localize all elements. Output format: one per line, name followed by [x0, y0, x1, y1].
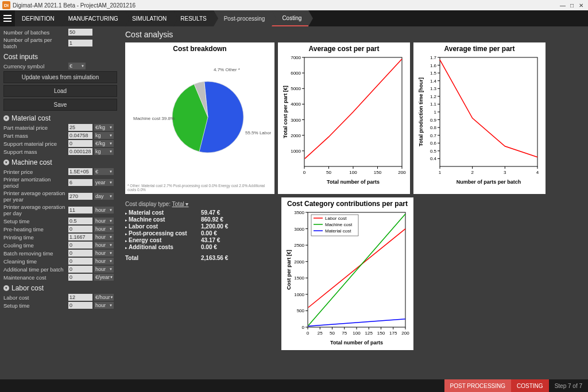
currency-select[interactable]: €▼ — [68, 63, 86, 69]
svg-text:0.9: 0.9 — [430, 118, 437, 123]
labor-cost-heading[interactable]: ▾Labor cost — [3, 284, 117, 292]
machine-unit-5[interactable]: hour▼ — [94, 226, 114, 232]
labor-unit-0[interactable]: €/hour▼ — [94, 294, 114, 301]
batches-label: Number of batches — [3, 29, 67, 36]
sidebar: Number of batches Number of parts per ba… — [0, 26, 121, 379]
svg-text:Machine cost  39.8%: Machine cost 39.8% — [133, 116, 175, 121]
chart-cost-breakdown: Cost breakdown 55.5% Labor costMachine c… — [125, 42, 274, 194]
machine-unit-1[interactable]: year▼ — [94, 179, 114, 186]
svg-text:1.6: 1.6 — [430, 63, 437, 68]
window-titlebar: Di Digimat-AM 2021.1 Beta - ProjectAM_20… — [0, 0, 588, 10]
machine-unit-7[interactable]: hour▼ — [94, 242, 114, 249]
svg-text:0.8: 0.8 — [430, 125, 437, 130]
svg-text:Total number of parts: Total number of parts — [330, 340, 383, 346]
cost-display-select[interactable]: Total ▾ — [172, 201, 189, 207]
material-label-2: Support material price — [3, 141, 67, 147]
tab-simulation[interactable]: SIMULATION — [125, 10, 173, 26]
machine-unit-8[interactable]: hour▼ — [94, 250, 114, 257]
machine-input-0[interactable] — [68, 168, 92, 175]
close-button[interactable]: ✕ — [577, 2, 586, 9]
subtab-postprocessing[interactable]: Post-processing — [214, 10, 272, 26]
material-cost-heading[interactable]: ▾Material cost — [3, 114, 117, 122]
costing-step-button[interactable]: COSTING — [511, 379, 549, 392]
load-button[interactable]: Load — [3, 85, 117, 97]
machine-input-1[interactable] — [68, 179, 92, 186]
material-unit-2[interactable]: €/kg▼ — [94, 140, 114, 147]
svg-text:1.1: 1.1 — [430, 102, 437, 107]
machine-input-10[interactable] — [68, 266, 92, 273]
machine-unit-2[interactable]: day▼ — [94, 193, 114, 200]
machine-input-11[interactable] — [68, 274, 92, 281]
material-unit-0[interactable]: €/kg▼ — [94, 124, 114, 131]
parts-per-batch-input[interactable] — [68, 40, 92, 46]
material-input-3[interactable] — [68, 148, 92, 155]
update-from-simulation-button[interactable]: Update values from simulation — [3, 71, 117, 83]
svg-text:2000: 2000 — [291, 133, 301, 138]
material-unit-3[interactable]: kg▼ — [94, 148, 114, 155]
svg-text:1.3: 1.3 — [430, 86, 437, 91]
svg-text:3: 3 — [504, 170, 506, 175]
material-input-2[interactable] — [68, 140, 92, 147]
tab-definition[interactable]: DEFINITION — [15, 10, 61, 26]
analysis-title: Cost analysis — [125, 30, 583, 39]
maximize-button[interactable]: □ — [567, 2, 577, 9]
svg-text:1: 1 — [434, 110, 437, 115]
tab-results[interactable]: RESULTS — [173, 10, 213, 26]
machine-input-6[interactable] — [68, 234, 92, 240]
machine-input-5[interactable] — [68, 226, 92, 232]
save-button[interactable]: Save — [3, 99, 117, 111]
material-label-3: Support mass — [3, 149, 67, 155]
labor-input-0[interactable] — [68, 294, 92, 301]
labor-input-1[interactable] — [68, 302, 92, 309]
machine-label-7: Cooling time — [3, 242, 67, 249]
content-area: Cost analysis Cost breakdown 55.5% Labor… — [121, 26, 588, 379]
machine-unit-11[interactable]: €/year▼ — [94, 274, 114, 281]
material-unit-1[interactable]: kg▼ — [94, 132, 114, 139]
minimize-button[interactable]: — — [558, 2, 567, 9]
machine-input-2[interactable] — [68, 193, 92, 200]
machine-unit-4[interactable]: hour▼ — [94, 218, 114, 224]
labor-unit-1[interactable]: hour▼ — [94, 302, 114, 309]
machine-input-3[interactable] — [68, 207, 92, 214]
machine-input-8[interactable] — [68, 250, 92, 257]
material-input-1[interactable] — [68, 132, 92, 139]
svg-text:500: 500 — [297, 308, 305, 313]
svg-text:200: 200 — [398, 170, 406, 175]
svg-text:125: 125 — [365, 331, 373, 336]
machine-unit-10[interactable]: hour▼ — [94, 266, 114, 273]
machine-unit-0[interactable]: €▼ — [94, 168, 114, 175]
svg-text:4.7%  Other *: 4.7% Other * — [214, 67, 240, 72]
pie-chart: 55.5% Labor costMachine cost 39.8%4.7% O… — [127, 54, 271, 180]
machine-unit-3[interactable]: hour▼ — [94, 207, 114, 214]
svg-text:1.5: 1.5 — [430, 71, 437, 76]
svg-text:0: 0 — [303, 170, 306, 175]
tab-manufacturing[interactable]: MANUFACTURING — [61, 10, 125, 26]
svg-text:Total production time [hour]: Total production time [hour] — [418, 77, 424, 146]
postprocessing-step-button[interactable]: POST PROCESSING — [444, 379, 512, 392]
machine-unit-9[interactable]: hour▼ — [94, 258, 114, 265]
machine-cost-heading[interactable]: ▾Machine cost — [3, 158, 117, 166]
svg-text:0: 0 — [307, 331, 310, 336]
material-label-0: Part material price — [3, 125, 67, 131]
svg-text:1000: 1000 — [294, 292, 304, 297]
svg-text:150: 150 — [374, 170, 382, 175]
menu-icon[interactable] — [0, 10, 15, 26]
batches-input[interactable] — [68, 29, 92, 36]
machine-label-5: Pre-heating time — [3, 226, 67, 232]
svg-text:Cost per part [€]: Cost per part [€] — [286, 250, 292, 290]
machine-input-9[interactable] — [68, 258, 92, 265]
machine-input-7[interactable] — [68, 242, 92, 249]
machine-unit-6[interactable]: hour▼ — [94, 234, 114, 240]
machine-label-3: Printer average operation per day — [3, 204, 67, 216]
svg-text:4: 4 — [536, 170, 539, 175]
window-title: Digimat-AM 2021.1 Beta - ProjectAM_20201… — [13, 2, 136, 9]
machine-input-4[interactable] — [68, 218, 92, 224]
machine-label-1: Printer amortization period — [3, 176, 67, 189]
material-input-0[interactable] — [68, 124, 92, 131]
app-logo: Di — [2, 1, 10, 9]
status-bar: POST PROCESSING COSTING Step 7 of 7 — [0, 379, 588, 392]
subtab-costing[interactable]: Costing — [272, 10, 308, 26]
svg-text:0.6: 0.6 — [430, 141, 437, 146]
svg-text:3000: 3000 — [291, 118, 301, 123]
svg-text:0.7: 0.7 — [430, 133, 437, 138]
